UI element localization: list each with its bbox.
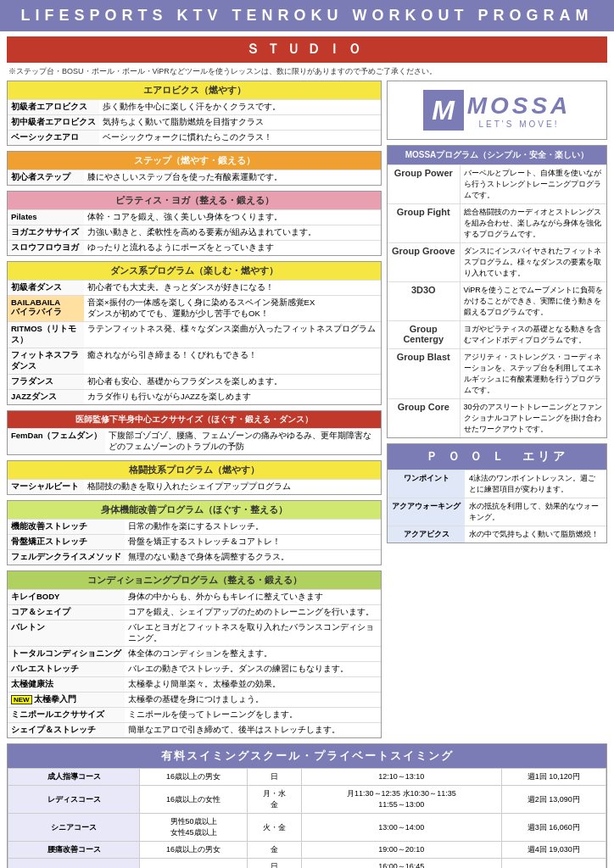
pool-row-desc: 水の抵抗を利用して、効果的なウォーキング。 <box>465 498 606 526</box>
row-label: 初心者ステップ <box>8 170 84 186</box>
row-label: マーシャルビート <box>8 480 84 495</box>
row-label: 初級者エアロビクス <box>8 100 99 115</box>
row-desc: 歩く動作を中心に楽しく汗をかくクラスです。 <box>99 100 381 115</box>
row-label: フェルデンクライスメソッド <box>8 550 125 565</box>
table-row: フラダンス初心者も安心、基礎からフラダンスを楽しめます。 <box>8 375 381 390</box>
mossa-program-name: Group Centergy <box>388 321 460 349</box>
mossa-program-desc: ヨガやピラティスの基礎となる動きを含むマインドボディプログラムです。 <box>460 321 606 349</box>
pool-row: アクアビクス水の中で気持ちよく動いて脂肪燃焼！ <box>388 526 606 543</box>
swim-course: 腰痛改善コース <box>8 842 140 859</box>
dance-title-text: ダンス系プログラム（楽しむ・燃やす） <box>110 265 278 275</box>
swim-course: 成人指導コース <box>8 769 140 786</box>
swim-course: レディスコース <box>8 786 140 814</box>
mossa-program-row: Group Fight総合格闘技のカーディオとストレングスを組み合わせ、楽しみな… <box>388 204 606 243</box>
row-desc: 気持ちよく動いて脂肪燃焼を目指すクラス <box>99 115 381 131</box>
row-label: 機能改善ストレッチ <box>8 520 125 535</box>
row-desc: 格闘技の動きを取り入れたシェイプアッププログラム <box>84 480 381 495</box>
dance-table: 初級者ダンス初心者でも大丈夫。きっとダンスが好きになる！BAILABAILA バ… <box>8 280 381 404</box>
table-row: スロウフロウヨガゆったりと流れるようにポーズをとっていきます <box>8 241 381 256</box>
mossa-program-desc: ViPRを使うことでムーブメントに負荷をかけることができき、実際に使う動きを鍛え… <box>460 282 606 321</box>
pool-header: Ｐ Ｏ Ｏ Ｌ エリア <box>388 444 606 470</box>
swim-title-text: 有料スイミングスクール・プライベートスイミング <box>161 749 454 762</box>
row-desc: ミニポールを使ってトレーニングをします。 <box>125 708 381 723</box>
row-desc: 体幹・コアを鍛え、強く美しい身体をつくります。 <box>84 210 381 225</box>
mossa-program-row: Group Blastアジリティ・ストレングス・コーディネーションを、ステップ台… <box>388 349 606 399</box>
row-label: フラダンス <box>8 375 84 390</box>
table-row: 初中級者エアロビクス気持ちよく動いて脂肪燃焼を目指すクラス <box>8 115 381 131</box>
row-desc: 骨盤を矯正するストレッチ＆コアトレ！ <box>125 535 381 550</box>
swim-time: 12:10～13:10 <box>302 769 502 786</box>
row-desc: カラダ作りも行いながらJAZZを楽しめます <box>84 390 381 405</box>
page: LIFESPORTS KTV TENROKU WORKOUT PROGRAM Ｓ… <box>0 0 614 868</box>
row-desc: 身体の中からも、外からもキレイに整えていきます <box>125 590 381 605</box>
row-label: 太極健康法 <box>8 677 125 693</box>
swim-time: 月11:30～12:35 水10:30～11:35 11:55～13:00 <box>302 786 502 814</box>
swim-header: 有料スイミングスクール・プライベートスイミング <box>8 744 606 768</box>
martial-title: 格闘技系プログラム（燃やす） <box>8 461 381 479</box>
mossa-program-row: Group Core30分のアスリートトレーニングとファンクショナルコアトレーニ… <box>388 399 606 438</box>
swim-target: 男性50歳以上 女性45歳以上 <box>140 814 248 842</box>
pool-row-label: アクアウォーキング <box>388 498 465 526</box>
swim-row: 腰痛改善コース 16歳以上の男女 金 19:00～20:10 週4回 19,03… <box>8 842 606 859</box>
row-desc: 下腹部ゴゾゴゾ、腰痛、フェムゾーンの痛みやゆるみ、更年期障害などのフェムゾーンの… <box>105 429 381 455</box>
mossa-name: MOSSA LET'S MOVE! <box>467 92 572 129</box>
swim-table: 成人指導コース 16歳以上の男女 日 12:10～13:10 週1回 10,12… <box>8 768 606 868</box>
table-row: 初心者ステップ膝にやさしいステップ台を使った有酸素運動です。 <box>8 170 381 186</box>
row-label: キレイBODY <box>8 590 125 605</box>
table-row: トータルコンディショニング体全体のコンディションを整えます。 <box>8 647 381 662</box>
step-title-text: ステップ（燃やす・鍛える） <box>134 155 255 165</box>
aerobics-title-text: エアロビクス（燃やす） <box>143 85 246 95</box>
swim-days: 金 <box>247 842 301 859</box>
step-title: ステップ（燃やす・鍛える） <box>8 152 381 170</box>
swim-fee: 週3回 16,060円 <box>501 814 606 842</box>
row-desc: バレエの動きでストレッチ。ダンスの練習にもなります。 <box>125 662 381 677</box>
dance-section: ダンス系プログラム（楽しむ・燃やす） 初級者ダンス初心者でも大丈夫。きっとダンス… <box>7 261 382 405</box>
table-row: バレトンバレエとヨガとフィットネスを取り入れたバランスコンディショニング。 <box>8 620 381 647</box>
table-row: NEW太極拳入門太極拳の基礎を身につけましょう。 <box>8 693 381 708</box>
row-label: ヨガエクササイズ <box>8 225 84 241</box>
swim-days: 日 <box>247 769 301 786</box>
mossa-program-row: Group Powerバーベルとプレート、自体重を使いながら行うストレングトレー… <box>388 165 606 204</box>
medical-title-text: 医師監修下半身中心エクササイズ（ほぐす・鍛える・ダンス） <box>75 415 313 424</box>
swim-fee: 月8回 2,200円 <box>501 859 606 869</box>
table-row: バレエストレッチバレエの動きでストレッチ。ダンスの練習にもなります。 <box>8 662 381 677</box>
pilates-title-text: ピラティス・ヨガ（整える・鍛える） <box>115 195 274 205</box>
swim-target: 16歳以上の男女 <box>140 842 248 859</box>
pool-row-desc: 4泳法のワンポイントレッスン。週ごとに練習項目が変わります。 <box>465 470 606 498</box>
row-label: トータルコンディショニング <box>8 647 125 662</box>
pool-row: ワンポイント4泳法のワンポイントレッスン。週ごとに練習項目が変わります。 <box>388 470 606 498</box>
table-row: フィットネスフラダンス癒されながら引き締まる！くびれもできる！ <box>8 348 381 375</box>
studio-title: ＳＴＵＤＩＯ <box>246 42 368 56</box>
mossa-text: MOSSA <box>467 92 572 120</box>
cond-title-text: コンディショニングプログラム（整える・鍛える） <box>87 575 302 585</box>
row-label: Pilates <box>8 210 84 225</box>
aerobics-table: 初級者エアロビクス歩く動作を中心に楽しく汗をかくクラスです。初中級者エアロビクス… <box>8 99 381 145</box>
swim-row: マスターズサークル 16歳以上の男女 日 木 16:00～16:45 18:30… <box>8 859 606 869</box>
mossa-program-desc: バーベルとプレート、自体重を使いながら行うストレングトレーニングプログラムです。 <box>460 165 606 204</box>
row-desc: ベーシックウォークに慣れたらこのクラス！ <box>99 131 381 146</box>
medical-section: 医師監修下半身中心エクササイズ（ほぐす・鍛える・ダンス） FemDan（フェムダ… <box>7 410 382 455</box>
martial-title-text: 格闘技系プログラム（燃やす） <box>129 465 260 475</box>
swim-course: マスターズサークル <box>8 859 140 869</box>
table-row: シェイプ＆ストレッチ簡単なエアロで引き締めて、後半はストレッチします。 <box>8 723 381 738</box>
pool-row-desc: 水の中で気持ちよく動いて脂肪燃焼！ <box>465 526 606 543</box>
table-row: BAILABAILA バイラバイラ音楽×振付の一体感を楽しく身に染めるスペイン発… <box>8 296 381 322</box>
dance-title: ダンス系プログラム（楽しむ・燃やす） <box>8 262 381 280</box>
mossa-program-row: 3D3OViPRを使うことでムーブメントに負荷をかけることができき、実際に使う動… <box>388 282 606 321</box>
mossa-programs-table: Group Powerバーベルとプレート、自体重を使いながら行うストレングトレー… <box>388 164 606 437</box>
mossa-program-desc: 総合格闘技のカーディオとストレングスを組み合わせ、楽しみながら身体を強化するプロ… <box>460 204 606 243</box>
row-desc: コアを鍛え、シェイプアップのためのトレーニングを行います。 <box>125 605 381 620</box>
mossa-program-name: 3D3O <box>388 282 460 321</box>
row-desc: 体全体のコンディションを整えます。 <box>125 647 381 662</box>
table-row: 骨盤矯正ストレッチ骨盤を矯正するストレッチ＆コアトレ！ <box>8 535 381 550</box>
row-desc: ラテンフィットネス発、様々なダンス楽曲が入ったフィットネスプログラム <box>84 322 381 348</box>
mossa-program-name: Group Fight <box>388 204 460 243</box>
row-label: FemDan（フェムダン） <box>8 429 105 455</box>
swim-time: 16:00～16:45 18:30～19:15 <box>302 859 502 869</box>
swim-days: 日 木 <box>247 859 301 869</box>
row-desc: 音楽×振付の一体感を楽しく身に染めるスペイン発新感覚EX ダンスが初めてでも、運… <box>84 296 381 322</box>
row-desc: 膝にやさしいステップ台を使った有酸素運動です。 <box>84 170 381 186</box>
table-row: 機能改善ストレッチ日常の動作を楽にするストレッチ。 <box>8 520 381 535</box>
row-label: 骨盤矯正ストレッチ <box>8 535 125 550</box>
swim-row: レディスコース 16歳以上の女性 月・水 金 月11:30～12:35 水10:… <box>8 786 606 814</box>
